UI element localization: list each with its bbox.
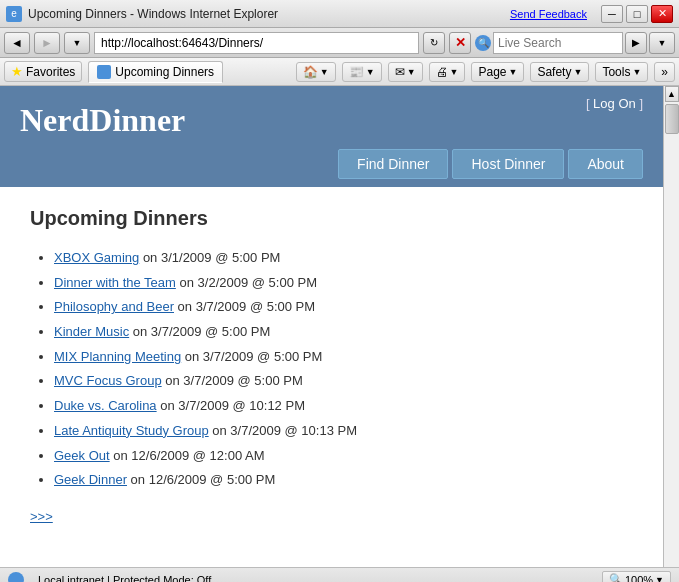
dinner-link[interactable]: Late Antiquity Study Group — [54, 423, 209, 438]
dinner-link[interactable]: Geek Out — [54, 448, 110, 463]
tab-favicon — [97, 65, 111, 79]
dinner-detail: on 3/7/2009 @ 10:12 PM — [157, 398, 305, 413]
dinner-link[interactable]: Duke vs. Carolina — [54, 398, 157, 413]
address-input[interactable] — [94, 32, 419, 54]
minimize-button[interactable]: ─ — [601, 5, 623, 23]
dinner-detail: on 12/6/2009 @ 12:00 AM — [110, 448, 265, 463]
site-header: [ Log On ] NerdDinner — [0, 86, 663, 149]
feeds-button[interactable]: 📰 ▼ — [342, 62, 382, 82]
dinner-detail: on 3/2/2009 @ 5:00 PM — [176, 275, 317, 290]
zoom-button[interactable]: 🔍 100% ▼ — [602, 571, 671, 582]
dinner-detail: on 3/7/2009 @ 5:00 PM — [174, 299, 315, 314]
maximize-button[interactable]: □ — [626, 5, 648, 23]
page-content: [ Log On ] NerdDinner Find Dinner Host D… — [0, 86, 663, 567]
status-text: Local intranet | Protected Mode: Off — [38, 574, 211, 583]
more-link[interactable]: >>> — [30, 509, 633, 524]
nav-about[interactable]: About — [568, 149, 643, 179]
safety-button[interactable]: Safety ▼ — [530, 62, 589, 82]
dinner-link[interactable]: Geek Dinner — [54, 472, 127, 487]
list-item: XBOX Gaming on 3/1/2009 @ 5:00 PM — [54, 246, 633, 271]
forward-button[interactable]: ► — [34, 32, 60, 54]
refresh-button[interactable]: ↻ — [423, 32, 445, 54]
page-wrapper: [ Log On ] NerdDinner Find Dinner Host D… — [0, 86, 679, 567]
scroll-up-button[interactable]: ▲ — [665, 86, 679, 102]
toolbar-right: 🏠 ▼ 📰 ▼ ✉ ▼ 🖨 ▼ Page ▼ Safety ▼ Tools ▼ … — [296, 62, 675, 82]
scroll-thumb[interactable] — [665, 104, 679, 134]
status-globe-icon — [8, 572, 24, 583]
list-item: Kinder Music on 3/7/2009 @ 5:00 PM — [54, 320, 633, 345]
zoom-level: 100% — [625, 574, 653, 583]
dinner-link[interactable]: MIX Planning Meeting — [54, 349, 181, 364]
dinner-detail: on 12/6/2009 @ 5:00 PM — [127, 472, 275, 487]
dinner-detail: on 3/1/2009 @ 5:00 PM — [139, 250, 280, 265]
commandbar-more-button[interactable]: » — [654, 62, 675, 82]
dinner-list: XBOX Gaming on 3/1/2009 @ 5:00 PMDinner … — [30, 246, 633, 493]
tools-button[interactable]: Tools ▼ — [595, 62, 648, 82]
dropdown-button[interactable]: ▼ — [64, 32, 90, 54]
list-item: Dinner with the Team on 3/2/2009 @ 5:00 … — [54, 271, 633, 296]
dinner-detail: on 3/7/2009 @ 5:00 PM — [181, 349, 322, 364]
site-title: NerdDinner — [20, 102, 643, 139]
stop-button[interactable]: ✕ — [449, 32, 471, 54]
search-options-button[interactable]: ▼ — [649, 32, 675, 54]
favorites-button[interactable]: ★ Favorites — [4, 61, 82, 82]
logon-suffix: ] — [636, 96, 643, 111]
tab-area: Upcoming Dinners — [88, 61, 223, 83]
list-item: Geek Out on 12/6/2009 @ 12:00 AM — [54, 444, 633, 469]
section-heading: Upcoming Dinners — [30, 207, 633, 230]
status-right: 🔍 100% ▼ — [602, 571, 671, 582]
print-button[interactable]: 🖨 ▼ — [429, 62, 466, 82]
mail-button[interactable]: ✉ ▼ — [388, 62, 423, 82]
send-feedback-link[interactable]: Send Feedback — [510, 8, 587, 20]
browser-icon: e — [6, 6, 22, 22]
search-input[interactable] — [493, 32, 623, 54]
close-button[interactable]: ✕ — [651, 5, 673, 23]
scrollbar: ▲ — [663, 86, 679, 567]
back-button[interactable]: ◄ — [4, 32, 30, 54]
address-bar: ◄ ► ▼ ↻ ✕ 🔍 ▶ ▼ — [0, 28, 679, 58]
title-bar: e Upcoming Dinners - Windows Internet Ex… — [0, 0, 679, 28]
dinner-link[interactable]: XBOX Gaming — [54, 250, 139, 265]
dinner-detail: on 3/7/2009 @ 10:13 PM — [209, 423, 357, 438]
search-engine-icon: 🔍 — [475, 35, 491, 51]
favorites-bar: ★ Favorites Upcoming Dinners 🏠 ▼ 📰 ▼ ✉ ▼… — [0, 58, 679, 86]
nav-host-dinner[interactable]: Host Dinner — [452, 149, 564, 179]
dinner-link[interactable]: MVC Focus Group — [54, 373, 162, 388]
window-title: Upcoming Dinners - Windows Internet Expl… — [28, 7, 504, 21]
star-icon: ★ — [11, 64, 23, 79]
page-button[interactable]: Page ▼ — [471, 62, 524, 82]
active-tab[interactable]: Upcoming Dinners — [88, 61, 223, 83]
main-content: Upcoming Dinners XBOX Gaming on 3/1/2009… — [0, 187, 663, 567]
list-item: Late Antiquity Study Group on 3/7/2009 @… — [54, 419, 633, 444]
dinner-link[interactable]: Dinner with the Team — [54, 275, 176, 290]
list-item: Philosophy and Beer on 3/7/2009 @ 5:00 P… — [54, 295, 633, 320]
header-logon-area: [ Log On ] — [586, 96, 643, 111]
dinner-link[interactable]: Kinder Music — [54, 324, 129, 339]
search-area: 🔍 ▶ ▼ — [475, 32, 675, 54]
list-item: Duke vs. Carolina on 3/7/2009 @ 10:12 PM — [54, 394, 633, 419]
list-item: MVC Focus Group on 3/7/2009 @ 5:00 PM — [54, 369, 633, 394]
window-controls: ─ □ ✕ — [601, 5, 673, 23]
tab-label: Upcoming Dinners — [115, 65, 214, 79]
status-bar: Local intranet | Protected Mode: Off 🔍 1… — [0, 567, 679, 582]
logon-link[interactable]: Log On — [593, 96, 636, 111]
list-item: Geek Dinner on 12/6/2009 @ 5:00 PM — [54, 468, 633, 493]
nav-find-dinner[interactable]: Find Dinner — [338, 149, 448, 179]
list-item: MIX Planning Meeting on 3/7/2009 @ 5:00 … — [54, 345, 633, 370]
dinner-detail: on 3/7/2009 @ 5:00 PM — [162, 373, 303, 388]
home-button[interactable]: 🏠 ▼ — [296, 62, 336, 82]
favorites-label: Favorites — [26, 65, 75, 79]
search-go-button[interactable]: ▶ — [625, 32, 647, 54]
dinner-detail: on 3/7/2009 @ 5:00 PM — [129, 324, 270, 339]
dinner-link[interactable]: Philosophy and Beer — [54, 299, 174, 314]
nav-bar: Find Dinner Host Dinner About — [0, 149, 663, 187]
